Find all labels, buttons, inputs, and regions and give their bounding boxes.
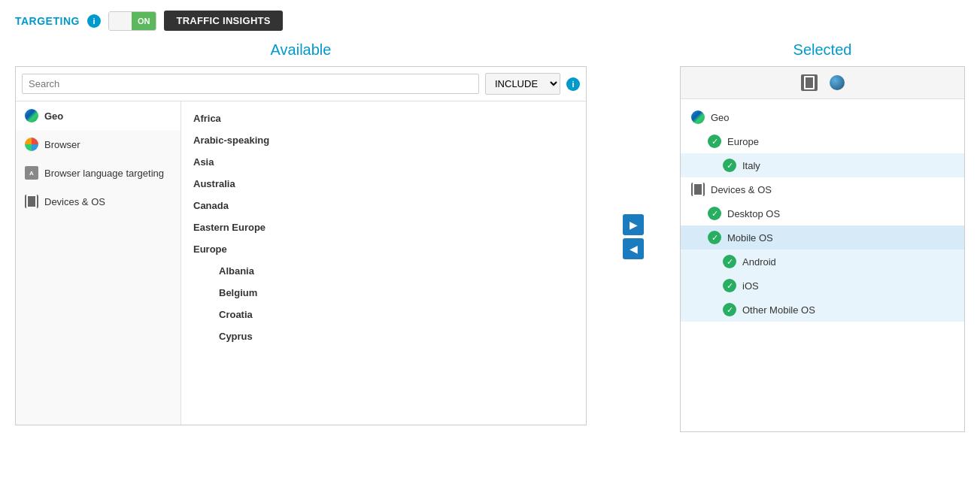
category-item-browser[interactable]: Browser	[16, 130, 181, 159]
category-label-browser: Browser	[44, 139, 80, 150]
selected-item-label: Devices & OS	[711, 184, 772, 195]
list-item[interactable]: Croatia	[181, 304, 586, 325]
toggle-on-button[interactable]: ON	[132, 12, 156, 30]
list-item[interactable]: Australia	[181, 173, 586, 195]
list-item[interactable]: Asia	[181, 151, 586, 173]
selected-toolbar	[681, 67, 964, 99]
check-icon-mobile: ✓	[708, 231, 721, 244]
selected-item-ios[interactable]: ✓ iOS	[681, 274, 964, 298]
device-sel-icon	[691, 183, 705, 196]
selected-item-italy[interactable]: ✓ Italy	[681, 153, 964, 177]
list-item[interactable]: Belgium	[181, 282, 586, 304]
targeting-info-icon[interactable]: i	[87, 14, 101, 28]
selected-item-android[interactable]: ✓ Android	[681, 250, 964, 274]
move-right-button[interactable]: ▶	[623, 214, 644, 235]
geo-icon	[25, 109, 38, 123]
selected-title: Selected	[680, 41, 965, 59]
main-content: Available INCLUDE EXCLUDE i Geo	[0, 41, 980, 432]
list-item[interactable]: Canada	[181, 195, 586, 216]
selected-item-label: Desktop OS	[727, 208, 780, 219]
targeting-label: TARGETING	[15, 15, 80, 27]
available-box: INCLUDE EXCLUDE i Geo Browser	[15, 66, 587, 425]
selected-panel: Selected Geo ✓ Europe	[680, 41, 965, 432]
category-label-browser-lang: Browser language targeting	[44, 168, 164, 179]
browser-icon	[25, 138, 38, 151]
check-icon-europe: ✓	[708, 135, 721, 148]
search-input[interactable]	[22, 74, 479, 94]
list-item[interactable]: Albania	[181, 260, 586, 282]
move-left-button[interactable]: ◀	[623, 238, 644, 259]
selected-item-label: Italy	[742, 160, 760, 171]
selected-device-icon[interactable]	[801, 74, 818, 91]
header: TARGETING i ON TRAFFIC INSIGHTS	[0, 0, 980, 41]
check-icon-android: ✓	[723, 255, 736, 268]
selected-item-mobile-os[interactable]: ✓ Mobile OS	[681, 225, 964, 250]
selected-item-geo[interactable]: Geo	[681, 105, 964, 129]
transfer-buttons: ▶ ◀	[617, 41, 650, 432]
category-label-geo: Geo	[44, 110, 63, 122]
category-item-browser-lang[interactable]: A Browser language targeting	[16, 159, 181, 187]
geo-sel-icon	[691, 110, 705, 124]
include-info-icon[interactable]: i	[566, 77, 580, 91]
selected-item-label: Europe	[727, 136, 759, 147]
check-icon-italy: ✓	[723, 159, 736, 172]
category-item-devices[interactable]: Devices & OS	[16, 187, 181, 216]
items-list: Africa Arabic-speaking Asia Australia Ca…	[181, 101, 586, 425]
list-item[interactable]: Africa	[181, 107, 586, 129]
check-icon-other-mobile: ✓	[723, 303, 736, 316]
selected-item-label: Android	[742, 256, 776, 268]
selected-globe-icon[interactable]	[830, 75, 845, 90]
list-item[interactable]: Eastern Europe	[181, 216, 586, 238]
browser-lang-icon: A	[25, 166, 38, 180]
list-item[interactable]: Cyprus	[181, 325, 586, 347]
check-icon-ios: ✓	[723, 279, 736, 292]
device-category-icon	[25, 195, 38, 208]
category-list: Geo Browser A Browser language targeting…	[16, 101, 181, 425]
selected-box: Geo ✓ Europe ✓ Italy Devices & OS	[680, 66, 965, 432]
available-content: Geo Browser A Browser language targeting…	[16, 101, 586, 425]
include-select[interactable]: INCLUDE EXCLUDE	[485, 73, 560, 95]
traffic-insights-button[interactable]: TRAFFIC INSIGHTS	[164, 11, 282, 31]
toggle-container: ON	[108, 11, 157, 31]
category-label-devices: Devices & OS	[44, 196, 105, 207]
search-row: INCLUDE EXCLUDE i	[16, 67, 586, 101]
list-item[interactable]: Europe	[181, 238, 586, 260]
selected-item-devices[interactable]: Devices & OS	[681, 177, 964, 201]
list-item[interactable]: Arabic-speaking	[181, 129, 586, 151]
toggle-off-button[interactable]	[109, 12, 132, 30]
check-icon-desktop: ✓	[708, 207, 721, 220]
category-item-geo[interactable]: Geo	[16, 101, 181, 130]
selected-item-label: Geo	[711, 112, 730, 123]
selected-item-other-mobile-os[interactable]: ✓ Other Mobile OS	[681, 298, 964, 322]
selected-item-desktop-os[interactable]: ✓ Desktop OS	[681, 201, 964, 225]
selected-items-list: Geo ✓ Europe ✓ Italy Devices & OS	[681, 99, 964, 431]
selected-item-label: Mobile OS	[727, 232, 773, 244]
selected-item-label: iOS	[742, 280, 759, 292]
selected-item-europe[interactable]: ✓ Europe	[681, 129, 964, 153]
available-panel: Available INCLUDE EXCLUDE i Geo	[15, 41, 587, 432]
available-title: Available	[15, 41, 587, 59]
selected-item-label: Other Mobile OS	[742, 304, 815, 316]
